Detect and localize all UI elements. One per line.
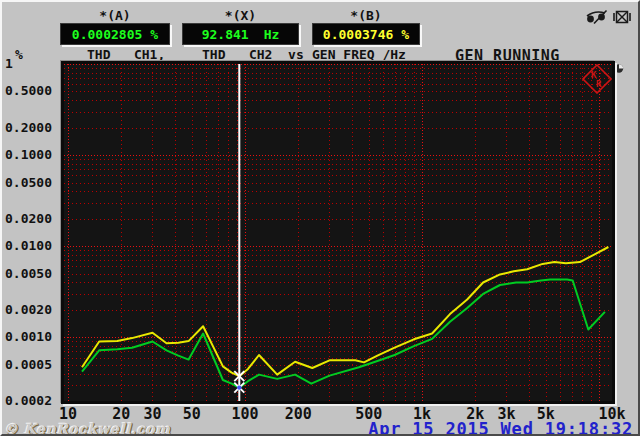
y-tick-label: 0.0500 xyxy=(5,175,52,190)
y-tick-label: 0.1000 xyxy=(5,147,52,162)
xaxis-title: GEN FREQ /Hz xyxy=(312,47,406,62)
red-diamond-logo: K R xyxy=(582,64,612,94)
x-tick-label: 10 xyxy=(59,405,77,423)
mouse-pointer-icon xyxy=(614,63,624,74)
readout-b[interactable]: 0.0003746% xyxy=(312,23,420,45)
cursor-marker-dot xyxy=(237,385,241,389)
y-tick-label: 0.0005 xyxy=(5,357,52,372)
y-tick-label: 0.0002 xyxy=(5,393,52,408)
meter-b-label: *(B) xyxy=(312,8,420,23)
trace2-title: THD CH2 vs xyxy=(202,47,304,62)
y-unit-label: % xyxy=(15,47,23,62)
readout-b-value: 0.0003746 xyxy=(323,27,393,42)
readout-a[interactable]: 0.0002805% xyxy=(60,23,170,45)
readout-a-unit: % xyxy=(150,27,158,42)
x-tick-label: 30 xyxy=(143,405,161,423)
analyzer-panel-window: *(A) *(X) *(B) 0.0002805% 92.841Hz 0.000… xyxy=(0,0,640,436)
readout-x[interactable]: 92.841Hz xyxy=(182,23,299,45)
x-tick-label: 20 xyxy=(112,405,130,423)
monitor-muted-icon[interactable] xyxy=(613,9,631,25)
meter-a-label: *(A) xyxy=(60,8,170,23)
y-tick-label: 0.0020 xyxy=(5,302,52,317)
x-tick-label: 200 xyxy=(285,405,312,423)
y-tick-label: 0.2000 xyxy=(5,120,52,135)
x-tick-label: 100 xyxy=(231,405,258,423)
x-tick-label: 1k xyxy=(413,405,431,423)
x-tick-label: 500 xyxy=(355,405,382,423)
y-tick-label: 0.0010 xyxy=(5,329,52,344)
thd-vs-frequency-chart xyxy=(64,64,612,401)
meter-x-label: *(X) xyxy=(182,8,299,23)
trace-thd-ch1 xyxy=(82,280,605,388)
y-tick-label: 1 xyxy=(5,56,13,71)
x-tick-label: 5k xyxy=(537,405,555,423)
y-tick-label: 0.0050 xyxy=(5,266,52,281)
y-tick-label: 0.0100 xyxy=(5,238,52,253)
speaker-muted-icon[interactable] xyxy=(585,9,609,25)
svg-text:R: R xyxy=(596,79,602,89)
x-tick-label: 3k xyxy=(497,405,515,423)
readout-b-unit: % xyxy=(401,27,409,42)
y-tick-label: 0.5000 xyxy=(5,83,52,98)
y-tick-label: 0.0200 xyxy=(5,211,52,226)
x-tick-label: 50 xyxy=(183,405,201,423)
plot-area[interactable]: K R xyxy=(61,61,615,404)
readout-x-value: 92.841 xyxy=(202,27,249,42)
trace1-title: THD CH1, xyxy=(87,47,165,62)
watermark: © KenRockwell.com xyxy=(4,421,171,436)
x-tick-label: 2k xyxy=(466,405,484,423)
readout-a-value: 0.0002805 xyxy=(72,27,142,42)
x-tick-label: 10k xyxy=(598,405,625,423)
readout-x-unit: Hz xyxy=(264,27,280,42)
